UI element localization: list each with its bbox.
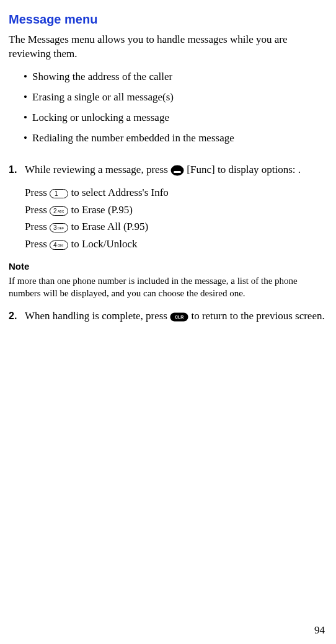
func-key-icon (170, 165, 184, 176)
svg-point-0 (171, 165, 184, 175)
svg-text:4: 4 (53, 242, 57, 249)
press-pre: Press (25, 221, 50, 232)
list-item: Locking or unlocking a message (32, 111, 329, 125)
svg-text:GHI: GHI (58, 244, 63, 247)
step-text: While reviewing a message, press [Func] … (25, 163, 329, 177)
clr-key-icon: CLR (170, 312, 188, 322)
svg-rect-2 (50, 189, 68, 198)
key-1-icon: 1 (50, 189, 68, 198)
press-line: Press 3 DEF to Erase All (P.95) (25, 220, 329, 234)
page-number: 94 (314, 624, 325, 638)
svg-text:CLR: CLR (175, 315, 183, 319)
press-pre: Press (25, 187, 50, 198)
svg-text:2: 2 (53, 208, 57, 214)
press-pre: Press (25, 204, 50, 216)
step-1: 1. While reviewing a message, press [Fun… (9, 163, 329, 177)
list-item: Showing the address of the caller (32, 70, 329, 84)
svg-text:ABC: ABC (58, 210, 64, 213)
press-line: Press 4 GHI to Lock/Unlock (25, 237, 329, 252)
key-3-icon: 3 DEF (50, 223, 68, 232)
key-2-icon: 2 ABC (50, 206, 68, 216)
step-2: 2. When handling is complete, press CLR … (9, 309, 329, 324)
svg-text:1: 1 (55, 190, 58, 197)
press-post: to Erase All (P.95) (71, 221, 148, 232)
section-heading: Message menu (9, 11, 329, 28)
step-text-b: [Func] to display options: . (187, 164, 301, 175)
list-item: Redialing the number embedded in the mes… (32, 131, 329, 146)
press-post: to Erase (P.95) (71, 204, 133, 216)
step-text-a: When handling is complete, press (25, 310, 170, 322)
step-text-a: While reviewing a message, press (25, 164, 170, 175)
press-post: to Lock/Unlock (71, 238, 137, 250)
press-pre: Press (25, 238, 50, 250)
feature-bullet-list: Showing the address of the caller Erasin… (9, 70, 329, 146)
svg-text:3: 3 (53, 224, 57, 231)
key-4-icon: 4 GHI (50, 240, 68, 250)
step-number: 1. (9, 163, 25, 177)
press-line: Press 2 ABC to Erase (P.95) (25, 203, 329, 218)
intro-paragraph: The Messages menu allows you to handle m… (9, 33, 329, 61)
svg-text:DEF: DEF (58, 226, 64, 230)
note-label: Note (9, 260, 329, 273)
list-item: Erasing a single or all message(s) (32, 90, 329, 105)
press-line: Press 1 to select Address's Info (25, 186, 329, 200)
step-text: When handling is complete, press CLR to … (25, 309, 329, 324)
press-post: to select Address's Info (71, 187, 168, 198)
note-text: If more than one phone number is include… (9, 275, 329, 300)
step-text-b: to return to the previous screen. (191, 310, 324, 322)
step-number: 2. (9, 309, 25, 324)
key-press-list: Press 1 to select Address's Info Press 2… (9, 186, 329, 252)
svg-rect-1 (174, 171, 181, 173)
